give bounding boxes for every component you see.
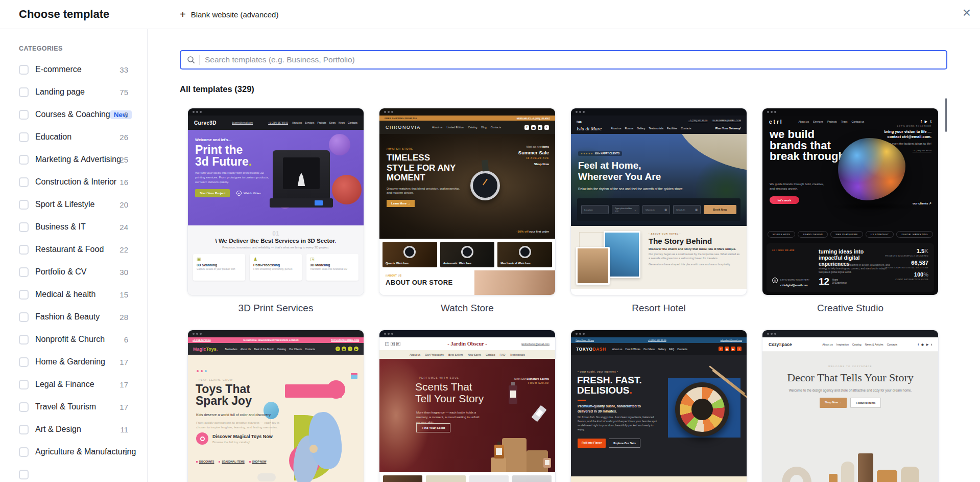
sidebar-category[interactable]: Portfolio & CV 30 [19,261,128,283]
blob-shadow [830,202,917,211]
sidebar-category[interactable]: Travel & Tourism 17 [19,396,128,418]
category-checkbox[interactable] [19,87,29,97]
sidebar-category[interactable]: Home & Gardening 17 [19,351,128,373]
preview-cta: Learn More → [387,200,415,207]
category-checkbox[interactable] [19,470,29,479]
sidebar-category[interactable]: Education 26 [19,126,128,148]
category-checkbox[interactable] [19,200,29,210]
facebook-icon: f [336,347,340,351]
preview-section-heading: \ We Deliver the Best Services in 3D Sec… [188,238,364,244]
category-checkbox[interactable] [19,402,29,412]
nav-item: Inspiration [836,343,849,346]
preview-cta: Start Your Project [195,189,230,197]
template-preview-watch-store[interactable]: FREE SHIPPING FROM $20NEED HELP? +1 (800… [379,108,556,295]
browser-chrome [188,330,364,337]
template-card: Curve3D 3d.print@email.com +1 (234) 567 … [187,108,364,314]
twitter-icon: t [930,120,931,124]
preview-social-icons: f◉t▶ [336,347,358,351]
preview-social-icons: f◉▶t [719,347,742,351]
category-checkbox[interactable] [19,357,29,367]
preview-logo: TOKYODASH [576,347,606,352]
category-checkbox[interactable] [19,380,29,389]
facebook-icon: f [918,343,919,346]
sidebar-category-partial[interactable] [19,463,128,482]
sidebar-category[interactable]: Marketing & Advertising 25 [19,148,128,171]
template-preview-sushi[interactable]: Open 8 am - 10 pm +1 (234) 567 89 00 tok… [570,330,747,482]
preview-promo: Meet Our Signature Scents FROM $29.99 [514,377,549,384]
browser-chrome [379,108,555,116]
all-templates-heading: All templates (329) [180,84,947,95]
blank-website-button[interactable]: + Blank website (advanced) [180,9,278,19]
category-checkbox[interactable] [19,425,29,434]
sidebar-category[interactable]: Business & IT 24 [19,216,128,238]
sidebar-category[interactable]: Art & Design 11 [19,418,128,441]
pedestal-shape [491,457,506,472]
category-checkbox[interactable] [19,267,29,277]
template-preview-resort-hotel[interactable]: ft◉▶ +1 (234) 567 89 00 ISLADIMARE@EMAIL… [570,108,747,295]
sidebar-category[interactable]: Nonprofit & Church 6 [19,328,128,351]
sidebar-category[interactable]: Legal & Finance 17 [19,373,128,396]
category-label: Portfolio & CV [35,267,86,277]
template-card: +1 (234) 567 89 00 SHOWROOM: 123A EGREMO… [187,330,364,482]
scan-icon: ▣ [197,257,242,262]
nav-item: Our Philosophy [425,353,444,356]
template-preview-3d-print[interactable]: Curve3D 3d.print@email.com +1 (234) 567 … [187,108,364,295]
nav-item: Our Clients [289,348,302,351]
category-checkbox[interactable] [19,177,29,187]
sidebar-category[interactable]: Courses & CoachingNew 8 [19,103,128,126]
template-preview-creative-studio[interactable]: ctrl About usServicesProjectsTeamContact… [762,108,939,295]
template-preview-toy-store[interactable]: +1 (234) 567 89 00 SHOWROOM: 123A EGREMO… [187,330,364,482]
scrollbar-thumb[interactable] [945,98,947,132]
category-checkbox[interactable] [19,312,29,322]
category-checkbox[interactable] [19,132,29,142]
sidebar-category[interactable]: E-commerce 33 [19,58,128,81]
ball-shape [329,134,350,155]
category-checkbox[interactable] [19,245,29,255]
feature-card: ◳3D ModelingTransform ideas into functio… [306,254,358,281]
sidebar-category[interactable]: Landing page 75 [19,81,128,103]
accent-bar [578,400,586,401]
nav-item: About us [432,126,442,129]
feature-card: ♟Post-ProcessingFrom smoothing to finish… [250,254,302,281]
preview-kicker: - PERFUMES WITH SOUL - [416,376,462,379]
close-icon[interactable]: × [963,6,971,20]
nav-item: SHOP NOW [249,460,267,463]
sidebar-category[interactable]: Medical & health 15 [19,283,128,306]
category-count: 20 [117,200,128,209]
search-input[interactable] [205,55,940,64]
preview-social-icons: f▶t [921,120,931,124]
category-checkbox[interactable] [19,110,29,120]
category-count: 28 [117,313,128,322]
template-card: ft◉▶ +1 (234) 567 89 00 ISLADIMARE@EMAIL… [570,108,747,314]
preview-logo: Curve3D [194,120,217,126]
nav-item: Team [841,120,848,123]
sidebar-category[interactable]: Construction & Interior 16 [19,171,128,193]
category-checkbox[interactable] [19,155,29,165]
preview-cta: Roll Into Flavor [578,439,606,448]
preview-body: No frozen fish. No soggy rice. Just clea… [578,415,658,431]
category-checkbox[interactable] [19,335,29,345]
sidebar-category[interactable]: Sport & Lifestyle 20 [19,193,128,216]
category-checkbox[interactable] [19,290,29,300]
templates-panel: All templates (329) Curve3D 3d.print@ema… [148,29,980,482]
preview-logo: CHRONOVIA [386,125,421,130]
preview-stats: 1.5K PROJECTS SUCCESSFULLY DELIVERED 66,… [882,248,928,283]
sidebar-category[interactable]: Fashion & Beauty 28 [19,306,128,328]
perfume-bottle [509,385,517,404]
sidebar-category[interactable]: Restaurant & Food 22 [19,238,128,261]
nav-item: About Us [241,348,251,351]
template-preview-perfume[interactable]: f◉▶ - Jardin Obscur - jardinobscur@email… [379,330,556,482]
preview-heading: Toys ThatSpark Joy [196,383,252,407]
nav-item: Contacts [491,126,501,129]
type-dropdown: Type placeholder text⌄ [612,205,639,214]
category-checkbox[interactable] [19,447,29,457]
preview-heading: TIMELESS STYLE FOR ANY MOMENT [387,153,458,183]
template-preview-decor[interactable]: CozySpace About usInspirationCatalogNews… [762,330,939,482]
template-name: Watch Store [379,303,556,314]
nav-item: Services [813,120,823,123]
category-checkbox[interactable] [19,65,29,75]
category-checkbox[interactable] [19,222,29,232]
sidebar-category[interactable]: Agriculture & Manufacturing 9 [19,441,128,463]
preview-about-body: Our journey began as a small retreat by … [649,253,742,261]
preview-sub: Premium-quality sushi, handcrafted to de… [578,404,654,414]
